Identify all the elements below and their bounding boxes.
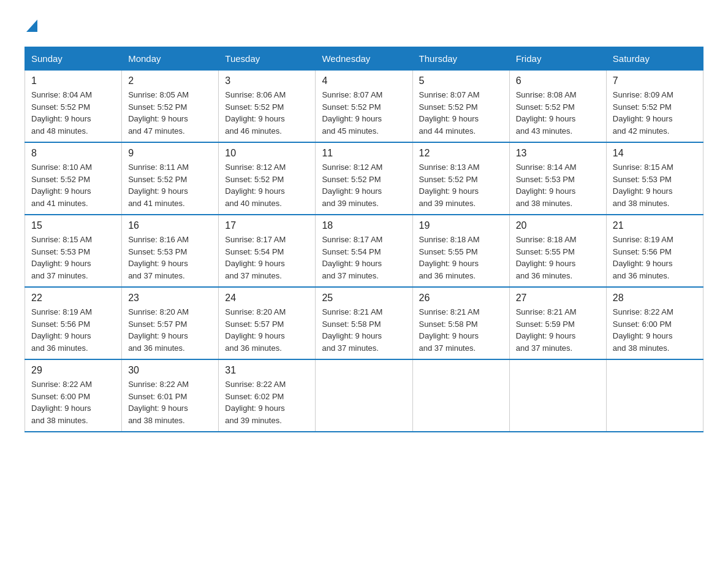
day-info: Sunrise: 8:20 AM Sunset: 5:57 PM Dayligh… <box>225 306 309 354</box>
header-cell-sunday: Sunday <box>25 47 122 71</box>
day-cell <box>316 359 412 432</box>
svg-marker-0 <box>26 20 37 32</box>
day-cell: 30Sunrise: 8:22 AM Sunset: 6:01 PM Dayli… <box>122 359 219 432</box>
day-cell: 21Sunrise: 8:19 AM Sunset: 5:56 PM Dayli… <box>606 215 703 287</box>
calendar-table: SundayMondayTuesdayWednesdayThursdayFrid… <box>25 47 703 432</box>
header-cell-thursday: Thursday <box>412 47 509 71</box>
day-info: Sunrise: 8:18 AM Sunset: 5:55 PM Dayligh… <box>419 234 503 282</box>
day-cell: 27Sunrise: 8:21 AM Sunset: 5:59 PM Dayli… <box>509 287 606 359</box>
day-number: 6 <box>516 75 600 86</box>
day-cell <box>412 359 509 432</box>
day-number: 23 <box>128 293 212 304</box>
day-number: 16 <box>128 220 212 231</box>
day-info: Sunrise: 8:21 AM Sunset: 5:58 PM Dayligh… <box>322 306 406 354</box>
day-info: Sunrise: 8:21 AM Sunset: 5:59 PM Dayligh… <box>516 306 600 354</box>
day-cell: 23Sunrise: 8:20 AM Sunset: 5:57 PM Dayli… <box>122 287 219 359</box>
page-header <box>25 18 703 34</box>
day-number: 9 <box>128 148 212 159</box>
logo <box>25 18 37 34</box>
day-cell: 10Sunrise: 8:12 AM Sunset: 5:52 PM Dayli… <box>219 142 316 215</box>
day-info: Sunrise: 8:18 AM Sunset: 5:55 PM Dayligh… <box>516 234 600 282</box>
day-cell: 28Sunrise: 8:22 AM Sunset: 6:00 PM Dayli… <box>606 287 703 359</box>
day-number: 4 <box>322 75 406 86</box>
day-info: Sunrise: 8:12 AM Sunset: 5:52 PM Dayligh… <box>225 161 309 209</box>
day-cell: 4Sunrise: 8:07 AM Sunset: 5:52 PM Daylig… <box>316 71 412 143</box>
day-info: Sunrise: 8:17 AM Sunset: 5:54 PM Dayligh… <box>225 234 309 282</box>
day-info: Sunrise: 8:07 AM Sunset: 5:52 PM Dayligh… <box>322 89 406 137</box>
day-info: Sunrise: 8:12 AM Sunset: 5:52 PM Dayligh… <box>322 161 406 209</box>
day-cell: 22Sunrise: 8:19 AM Sunset: 5:56 PM Dayli… <box>25 287 122 359</box>
day-cell: 31Sunrise: 8:22 AM Sunset: 6:02 PM Dayli… <box>219 359 316 432</box>
header-cell-friday: Friday <box>509 47 606 71</box>
day-info: Sunrise: 8:21 AM Sunset: 5:58 PM Dayligh… <box>419 306 503 354</box>
day-info: Sunrise: 8:15 AM Sunset: 5:53 PM Dayligh… <box>31 234 115 282</box>
day-cell: 19Sunrise: 8:18 AM Sunset: 5:55 PM Dayli… <box>412 215 509 287</box>
day-cell: 6Sunrise: 8:08 AM Sunset: 5:52 PM Daylig… <box>509 71 606 143</box>
week-row-3: 15Sunrise: 8:15 AM Sunset: 5:53 PM Dayli… <box>25 215 703 287</box>
day-cell <box>606 359 703 432</box>
day-cell: 1Sunrise: 8:04 AM Sunset: 5:52 PM Daylig… <box>25 71 122 143</box>
week-row-4: 22Sunrise: 8:19 AM Sunset: 5:56 PM Dayli… <box>25 287 703 359</box>
day-info: Sunrise: 8:22 AM Sunset: 6:02 PM Dayligh… <box>225 378 309 426</box>
day-cell: 2Sunrise: 8:05 AM Sunset: 5:52 PM Daylig… <box>122 71 219 143</box>
day-number: 7 <box>613 75 697 86</box>
day-cell: 20Sunrise: 8:18 AM Sunset: 5:55 PM Dayli… <box>509 215 606 287</box>
calendar-body: 1Sunrise: 8:04 AM Sunset: 5:52 PM Daylig… <box>25 71 703 432</box>
day-info: Sunrise: 8:14 AM Sunset: 5:53 PM Dayligh… <box>516 161 600 209</box>
day-cell: 11Sunrise: 8:12 AM Sunset: 5:52 PM Dayli… <box>316 142 412 215</box>
day-info: Sunrise: 8:22 AM Sunset: 6:01 PM Dayligh… <box>128 378 212 426</box>
day-number: 15 <box>31 220 115 231</box>
day-number: 28 <box>613 293 697 304</box>
day-number: 11 <box>322 148 406 159</box>
calendar-header: SundayMondayTuesdayWednesdayThursdayFrid… <box>25 47 703 71</box>
day-number: 17 <box>225 220 309 231</box>
day-number: 24 <box>225 293 309 304</box>
day-info: Sunrise: 8:15 AM Sunset: 5:53 PM Dayligh… <box>613 161 697 209</box>
day-info: Sunrise: 8:20 AM Sunset: 5:57 PM Dayligh… <box>128 306 212 354</box>
day-number: 12 <box>419 148 503 159</box>
day-number: 25 <box>322 293 406 304</box>
day-cell: 3Sunrise: 8:06 AM Sunset: 5:52 PM Daylig… <box>219 71 316 143</box>
day-number: 21 <box>613 220 697 231</box>
day-cell: 18Sunrise: 8:17 AM Sunset: 5:54 PM Dayli… <box>316 215 412 287</box>
week-row-2: 8Sunrise: 8:10 AM Sunset: 5:52 PM Daylig… <box>25 142 703 215</box>
day-info: Sunrise: 8:09 AM Sunset: 5:52 PM Dayligh… <box>613 89 697 137</box>
day-cell <box>509 359 606 432</box>
day-info: Sunrise: 8:06 AM Sunset: 5:52 PM Dayligh… <box>225 89 309 137</box>
day-cell: 24Sunrise: 8:20 AM Sunset: 5:57 PM Dayli… <box>219 287 316 359</box>
day-number: 5 <box>419 75 503 86</box>
week-row-1: 1Sunrise: 8:04 AM Sunset: 5:52 PM Daylig… <box>25 71 703 143</box>
day-number: 3 <box>225 75 309 86</box>
day-info: Sunrise: 8:13 AM Sunset: 5:52 PM Dayligh… <box>419 161 503 209</box>
day-info: Sunrise: 8:22 AM Sunset: 6:00 PM Dayligh… <box>31 378 115 426</box>
day-info: Sunrise: 8:16 AM Sunset: 5:53 PM Dayligh… <box>128 234 212 282</box>
week-row-5: 29Sunrise: 8:22 AM Sunset: 6:00 PM Dayli… <box>25 359 703 432</box>
day-number: 1 <box>31 75 115 86</box>
day-number: 26 <box>419 293 503 304</box>
day-cell: 16Sunrise: 8:16 AM Sunset: 5:53 PM Dayli… <box>122 215 219 287</box>
day-number: 22 <box>31 293 115 304</box>
day-cell: 26Sunrise: 8:21 AM Sunset: 5:58 PM Dayli… <box>412 287 509 359</box>
day-cell: 14Sunrise: 8:15 AM Sunset: 5:53 PM Dayli… <box>606 142 703 215</box>
day-number: 13 <box>516 148 600 159</box>
day-number: 18 <box>322 220 406 231</box>
day-info: Sunrise: 8:10 AM Sunset: 5:52 PM Dayligh… <box>31 161 115 209</box>
day-number: 2 <box>128 75 212 86</box>
header-row: SundayMondayTuesdayWednesdayThursdayFrid… <box>25 47 703 71</box>
header-cell-monday: Monday <box>122 47 219 71</box>
day-info: Sunrise: 8:19 AM Sunset: 5:56 PM Dayligh… <box>31 306 115 354</box>
day-cell: 8Sunrise: 8:10 AM Sunset: 5:52 PM Daylig… <box>25 142 122 215</box>
day-number: 20 <box>516 220 600 231</box>
day-cell: 7Sunrise: 8:09 AM Sunset: 5:52 PM Daylig… <box>606 71 703 143</box>
day-cell: 29Sunrise: 8:22 AM Sunset: 6:00 PM Dayli… <box>25 359 122 432</box>
day-number: 10 <box>225 148 309 159</box>
day-cell: 5Sunrise: 8:07 AM Sunset: 5:52 PM Daylig… <box>412 71 509 143</box>
day-info: Sunrise: 8:04 AM Sunset: 5:52 PM Dayligh… <box>31 89 115 137</box>
header-cell-wednesday: Wednesday <box>316 47 412 71</box>
day-cell: 9Sunrise: 8:11 AM Sunset: 5:52 PM Daylig… <box>122 142 219 215</box>
day-number: 14 <box>613 148 697 159</box>
logo-triangle-icon <box>26 20 37 34</box>
day-info: Sunrise: 8:07 AM Sunset: 5:52 PM Dayligh… <box>419 89 503 137</box>
day-number: 29 <box>31 365 115 376</box>
header-cell-saturday: Saturday <box>606 47 703 71</box>
